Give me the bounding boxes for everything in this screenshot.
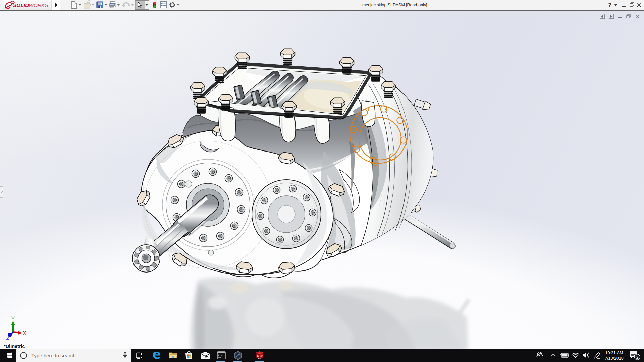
svg-text:SOLID: SOLID [13,2,29,8]
svg-text:?: ? [608,2,611,8]
svg-text:2: 2 [636,355,639,360]
svg-text:WORKS: WORKS [29,2,48,8]
